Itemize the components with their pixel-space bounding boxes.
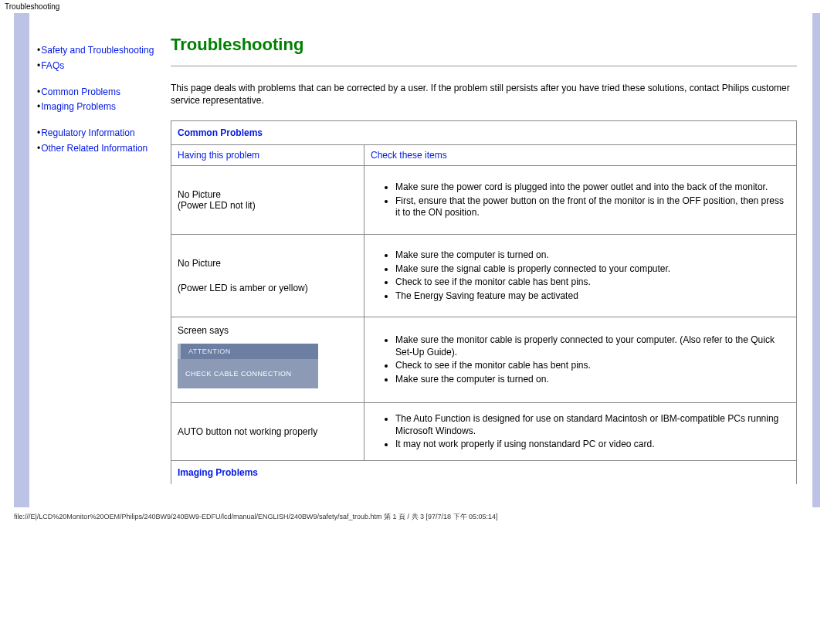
check-item: Make sure the monitor cable is properly … (395, 334, 790, 358)
check-cell: Make sure the monitor cable is properly … (364, 317, 797, 403)
intro-text: This page deals with problems that can b… (171, 82, 797, 107)
attention-box: ATTENTION CHECK CABLE CONNECTION (178, 344, 318, 388)
problem-line-1: Screen says (178, 325, 358, 336)
attention-body: CHECK CABLE CONNECTION (178, 359, 318, 388)
problem-line-1: No Picture (178, 258, 358, 269)
table-row: Screen says ATTENTION CHECK CABLE CONNEC… (171, 317, 797, 403)
main-content: Troubleshooting This page deals with pro… (164, 27, 805, 507)
check-item: Make sure the computer is turned on. (395, 374, 790, 386)
page-title: Troubleshooting (171, 35, 797, 55)
sidebar-item-common-problems: • Common Problems (37, 86, 164, 99)
page-top-label: Troubleshooting (0, 0, 834, 13)
problem-line-1: No Picture (178, 189, 358, 200)
sidebar-item-safety: • Safety and Troubleshooting (37, 44, 164, 57)
link-imaging-problems[interactable]: Imaging Problems (41, 100, 116, 114)
problem-cell: No Picture (Power LED is amber or yellow… (171, 235, 364, 317)
column-head-check: Check these items (364, 145, 797, 166)
section-heading-imaging: Imaging Problems (171, 461, 797, 485)
sidebar-item-faqs: • FAQs (37, 59, 164, 73)
problem-cell: No Picture (Power LED not lit) (171, 166, 364, 235)
check-item: It may not work properly if using nonsta… (395, 439, 790, 451)
sidebar-item-regulatory: • Regulatory Information (37, 127, 164, 140)
link-common-problems[interactable]: Common Problems (41, 86, 120, 99)
link-safety-troubleshooting[interactable]: Safety and Troubleshooting (41, 44, 154, 57)
check-item: Make sure the computer is turned on. (395, 249, 790, 262)
section-heading-common: Common Problems (171, 121, 797, 145)
decor-bar-left (14, 13, 29, 507)
footer-path: file:///E|/LCD%20Monitor%20OEM/Philips/2… (0, 507, 834, 528)
page-outer: • Safety and Troubleshooting • FAQs • Co… (0, 13, 834, 507)
link-regulatory-information[interactable]: Regulatory Information (41, 127, 134, 140)
problem-line-1: AUTO button not working properly (178, 426, 358, 437)
table-row: AUTO button not working properly The Aut… (171, 403, 797, 461)
link-faqs[interactable]: FAQs (41, 59, 64, 73)
check-cell: Make sure the computer is turned on. Mak… (364, 235, 797, 317)
check-item: The Auto Function is designed for use on… (395, 413, 790, 437)
layout: • Safety and Troubleshooting • FAQs • Co… (29, 13, 812, 507)
problem-cell: Screen says ATTENTION CHECK CABLE CONNEC… (171, 317, 364, 403)
sidebar-item-other-related: • Other Related Information (37, 142, 164, 155)
problem-cell: AUTO button not working properly (171, 403, 364, 461)
problem-line-2: (Power LED is amber or yellow) (178, 283, 358, 293)
check-item: Check to see if the monitor cable has be… (395, 276, 790, 289)
check-item: First, ensure that the power button on t… (395, 195, 790, 219)
check-item: Make sure the power cord is plugged into… (395, 181, 790, 194)
sidebar: • Safety and Troubleshooting • FAQs • Co… (37, 27, 164, 507)
check-cell: Make sure the power cord is plugged into… (364, 166, 797, 235)
table-row: No Picture (Power LED is amber or yellow… (171, 235, 797, 317)
divider (171, 66, 797, 66)
attention-head: ATTENTION (178, 344, 318, 359)
sidebar-item-imaging-problems: • Imaging Problems (37, 100, 164, 114)
check-item: The Energy Saving feature may be activat… (395, 290, 790, 303)
link-other-related-information[interactable]: Other Related Information (41, 142, 147, 155)
column-head-problem: Having this problem (171, 145, 364, 166)
check-item: Check to see if the monitor cable has be… (395, 360, 790, 372)
check-cell: The Auto Function is designed for use on… (364, 403, 797, 461)
decor-bar-right (812, 13, 820, 507)
problem-line-2: (Power LED not lit) (178, 200, 358, 211)
troubleshooting-table: Common Problems Having this problem Chec… (171, 120, 797, 484)
table-row: No Picture (Power LED not lit) Make sure… (171, 166, 797, 235)
check-item: Make sure the signal cable is properly c… (395, 263, 790, 276)
